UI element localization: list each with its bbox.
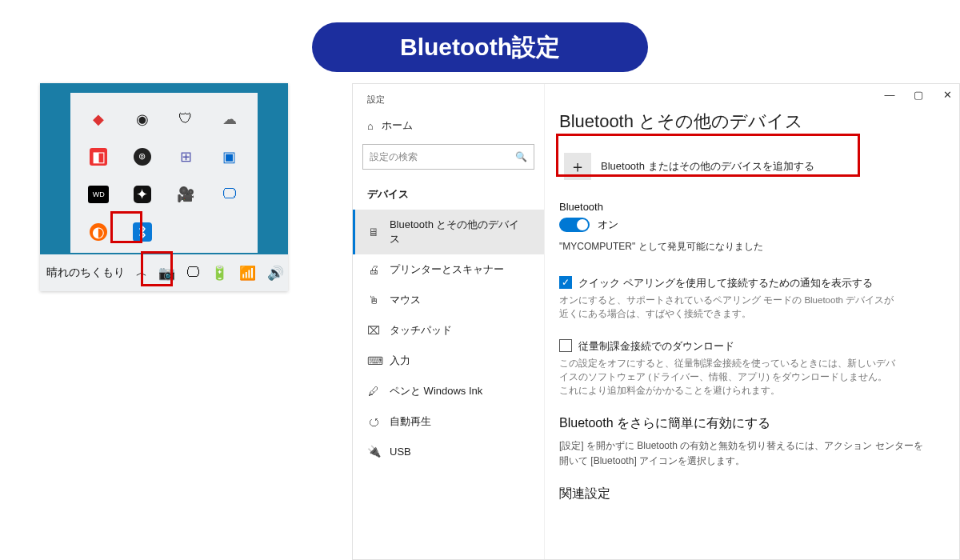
bluetooth-heading: Bluetooth — [559, 201, 943, 213]
keyboard-icon: ⌨ — [367, 354, 380, 367]
search-input[interactable]: 設定の検索 🔍 — [362, 144, 534, 170]
autoplay-icon: ⭯ — [367, 415, 380, 428]
devices-icon: 🖥 — [367, 226, 380, 238]
tray-app-icon[interactable]: ◆ — [90, 110, 107, 128]
page-heading: Bluetooth とその他のデバイス — [559, 110, 943, 134]
tray-overflow-popup: ◆ ◉ 🛡 ☁ ◧ ⊚ ⊞ ▣ WD ✦ 🎥 🖵 ◐ — [70, 93, 258, 253]
tray-record-icon[interactable]: ◉ — [134, 110, 151, 128]
toggle-state: オン — [598, 218, 618, 232]
quick-pair-row: ✓ クイック ペアリングを使用して接続するための通知を表示する — [559, 276, 943, 290]
tray-cc-icon[interactable]: ⊚ — [134, 148, 151, 166]
highlight-box — [556, 134, 860, 177]
home-link[interactable]: ⌂ ホーム — [353, 114, 544, 144]
weather-text[interactable]: 晴れのちくもり — [46, 266, 125, 280]
nav-autoplay[interactable]: ⭯ 自動再生 — [353, 406, 544, 437]
tray-screenshot: ◆ ◉ 🛡 ☁ ◧ ⊚ ⊞ ▣ WD ✦ 🎥 🖵 ◐ 晴れのちくもり ︿ 📷 🖵… — [40, 83, 288, 291]
wifi-icon[interactable]: 📶 — [239, 264, 256, 282]
metered-checkbox[interactable] — [559, 339, 572, 352]
more-bluetooth-title: Bluetooth をさらに簡単に有効にする — [559, 415, 943, 432]
tray-app-icon[interactable]: ✦ — [134, 186, 151, 203]
home-icon: ⌂ — [367, 120, 374, 132]
nav-label: タッチパッド — [390, 323, 452, 338]
tray-shield-icon[interactable]: 🛡 — [177, 110, 194, 128]
nav-pen[interactable]: 🖊 ペンと Windows Ink — [353, 376, 544, 406]
usb-icon: 🔌 — [367, 445, 380, 458]
quick-pair-label: クイック ペアリングを使用して接続するための通知を表示する — [578, 276, 873, 290]
search-icon: 🔍 — [515, 151, 527, 162]
tray-wd-icon[interactable]: WD — [88, 186, 109, 203]
metered-row: 従量制課金接続でのダウンロード — [559, 339, 943, 354]
nav-mouse[interactable]: 🖱 マウス — [353, 285, 544, 315]
banner-title: Bluetooth設定 — [400, 31, 560, 64]
nav-label: 入力 — [390, 354, 410, 368]
nav-bluetooth[interactable]: 🖥 Bluetooth とその他のデバイス — [353, 210, 544, 254]
touchpad-icon: ⌧ — [367, 324, 380, 337]
settings-window: — ▢ ✕ 設定 ⌂ ホーム 設定の検索 🔍 デバイス 🖥 Bluetooth … — [352, 83, 960, 560]
tray-webcam-icon[interactable]: 🎥 — [177, 186, 194, 203]
bluetooth-toggle-row: オン — [559, 218, 943, 232]
metered-help: この設定をオフにすると、従量制課金接続を使っているときには、新しいデバイスのソフ… — [559, 357, 895, 398]
discoverable-text: "MYCOMPUTER" として発見可能になりました — [559, 240, 943, 254]
mouse-icon: 🖱 — [367, 294, 380, 306]
app-title: 設定 — [353, 90, 544, 114]
volume-icon[interactable]: 🔊 — [267, 264, 284, 282]
nav-touchpad[interactable]: ⌧ タッチパッド — [353, 315, 544, 346]
record-status-icon[interactable]: 🖵 — [186, 264, 200, 282]
highlight-box — [110, 211, 142, 243]
tray-screen-icon[interactable]: ▣ — [221, 148, 238, 166]
nav-usb[interactable]: 🔌 USB — [353, 437, 544, 466]
more-bluetooth-body: [設定] を開かずに Bluetooth の有効と無効を切り替えるには、アクショ… — [559, 438, 927, 469]
tray-app-icon[interactable]: ◐ — [90, 223, 107, 241]
close-button[interactable]: ✕ — [940, 89, 954, 101]
tray-teams-icon[interactable]: ⊞ — [177, 148, 194, 166]
battery-icon[interactable]: 🔋 — [211, 264, 228, 282]
bluetooth-toggle[interactable] — [559, 218, 590, 232]
printer-icon: 🖨 — [367, 263, 380, 276]
related-settings-title: 関連設定 — [559, 486, 943, 502]
nav-label: ペンと Windows Ink — [390, 384, 482, 398]
window-controls: — ▢ ✕ — [882, 89, 954, 101]
nav-label: USB — [390, 446, 411, 458]
tray-cloud-icon[interactable]: ☁ — [221, 110, 238, 128]
highlight-box — [141, 251, 173, 286]
metered-label: 従量制課金接続でのダウンロード — [578, 339, 734, 354]
nav-label: Bluetooth とその他のデバイス — [390, 218, 530, 246]
maximize-button[interactable]: ▢ — [911, 89, 926, 101]
tray-screen-icon[interactable]: 🖵 — [221, 186, 238, 203]
home-label: ホーム — [382, 118, 413, 133]
pen-icon: 🖊 — [367, 385, 380, 398]
search-placeholder: 設定の検索 — [370, 150, 418, 164]
sidebar-section-label: デバイス — [353, 179, 544, 210]
tray-app-icon[interactable]: ◧ — [90, 148, 107, 166]
quick-pair-checkbox[interactable]: ✓ — [559, 276, 572, 289]
nav-label: プリンターとスキャナー — [390, 262, 504, 277]
page-banner: Bluetooth設定 — [312, 22, 648, 72]
quick-pair-help: オンにすると、サポートされているペアリング モードの Bluetooth デバイ… — [559, 294, 895, 322]
minimize-button[interactable]: — — [882, 89, 897, 101]
settings-sidebar: 設定 ⌂ ホーム 設定の検索 🔍 デバイス 🖥 Bluetooth とその他のデ… — [353, 84, 545, 559]
nav-printers[interactable]: 🖨 プリンターとスキャナー — [353, 254, 544, 285]
nav-label: マウス — [390, 293, 421, 307]
nav-typing[interactable]: ⌨ 入力 — [353, 346, 544, 376]
nav-label: 自動再生 — [390, 414, 431, 429]
